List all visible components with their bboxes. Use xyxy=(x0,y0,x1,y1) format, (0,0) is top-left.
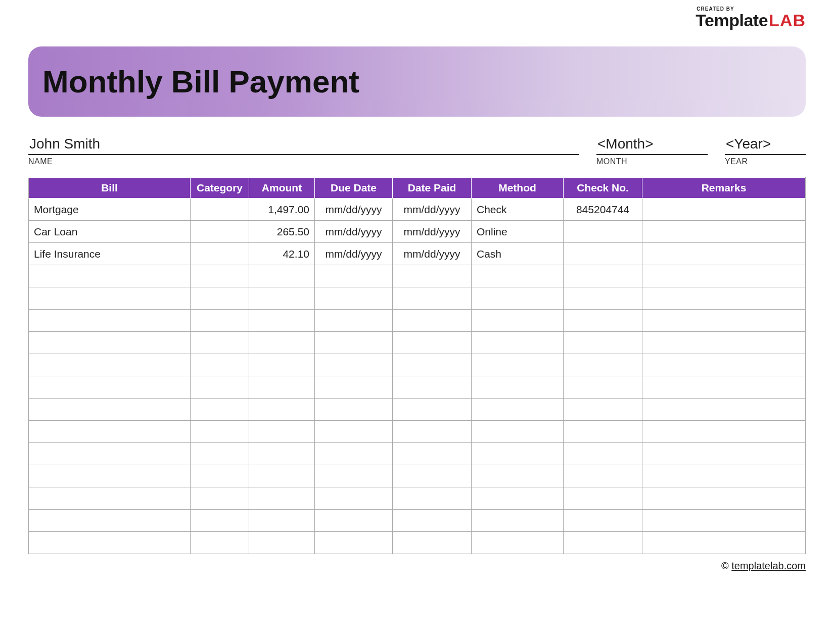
cell-remarks[interactable] xyxy=(642,287,806,310)
cell-category[interactable] xyxy=(191,199,249,221)
cell-remarks[interactable] xyxy=(642,243,806,265)
cell-bill[interactable] xyxy=(29,443,191,465)
cell-category[interactable] xyxy=(191,243,249,265)
cell-amount[interactable] xyxy=(249,465,315,487)
cell-remarks[interactable] xyxy=(642,399,806,421)
cell-paid[interactable] xyxy=(393,487,472,510)
cell-method[interactable] xyxy=(472,532,564,554)
cell-amount[interactable] xyxy=(249,265,315,287)
cell-method[interactable]: Check xyxy=(472,199,564,221)
cell-amount[interactable] xyxy=(249,287,315,310)
cell-amount[interactable]: 265.50 xyxy=(249,221,315,243)
cell-remarks[interactable] xyxy=(642,465,806,487)
cell-category[interactable] xyxy=(191,310,249,332)
cell-due[interactable] xyxy=(315,487,393,510)
cell-method[interactable] xyxy=(472,443,564,465)
cell-bill[interactable] xyxy=(29,510,191,532)
cell-method[interactable] xyxy=(472,287,564,310)
cell-check[interactable] xyxy=(564,354,642,376)
cell-check[interactable] xyxy=(564,332,642,354)
cell-bill[interactable]: Mortgage xyxy=(29,199,191,221)
cell-bill[interactable] xyxy=(29,465,191,487)
cell-check[interactable] xyxy=(564,532,642,554)
cell-remarks[interactable] xyxy=(642,310,806,332)
cell-due[interactable] xyxy=(315,287,393,310)
cell-category[interactable] xyxy=(191,287,249,310)
cell-method[interactable] xyxy=(472,421,564,443)
cell-amount[interactable] xyxy=(249,399,315,421)
cell-bill[interactable]: Life Insurance xyxy=(29,243,191,265)
cell-bill[interactable] xyxy=(29,310,191,332)
cell-due[interactable]: mm/dd/yyyy xyxy=(315,199,393,221)
cell-check[interactable] xyxy=(564,421,642,443)
cell-bill[interactable] xyxy=(29,399,191,421)
cell-method[interactable] xyxy=(472,354,564,376)
cell-category[interactable] xyxy=(191,376,249,399)
cell-check[interactable] xyxy=(564,310,642,332)
cell-paid[interactable] xyxy=(393,265,472,287)
cell-paid[interactable] xyxy=(393,443,472,465)
cell-remarks[interactable] xyxy=(642,443,806,465)
cell-check[interactable] xyxy=(564,376,642,399)
cell-bill[interactable] xyxy=(29,376,191,399)
cell-paid[interactable] xyxy=(393,532,472,554)
cell-amount[interactable] xyxy=(249,354,315,376)
cell-category[interactable] xyxy=(191,332,249,354)
cell-amount[interactable] xyxy=(249,421,315,443)
cell-check[interactable] xyxy=(564,399,642,421)
cell-remarks[interactable] xyxy=(642,487,806,510)
cell-paid[interactable] xyxy=(393,399,472,421)
cell-bill[interactable] xyxy=(29,421,191,443)
cell-amount[interactable] xyxy=(249,310,315,332)
cell-paid[interactable]: mm/dd/yyyy xyxy=(393,221,472,243)
cell-category[interactable] xyxy=(191,532,249,554)
cell-due[interactable] xyxy=(315,510,393,532)
cell-check[interactable] xyxy=(564,243,642,265)
cell-category[interactable] xyxy=(191,399,249,421)
cell-method[interactable]: Online xyxy=(472,221,564,243)
cell-remarks[interactable] xyxy=(642,421,806,443)
cell-paid[interactable] xyxy=(393,354,472,376)
cell-due[interactable] xyxy=(315,332,393,354)
cell-bill[interactable] xyxy=(29,265,191,287)
cell-remarks[interactable] xyxy=(642,199,806,221)
cell-paid[interactable] xyxy=(393,376,472,399)
cell-check[interactable]: 845204744 xyxy=(564,199,642,221)
cell-method[interactable] xyxy=(472,265,564,287)
cell-category[interactable] xyxy=(191,265,249,287)
cell-paid[interactable]: mm/dd/yyyy xyxy=(393,243,472,265)
cell-amount[interactable] xyxy=(249,332,315,354)
cell-check[interactable] xyxy=(564,443,642,465)
cell-paid[interactable] xyxy=(393,310,472,332)
cell-bill[interactable] xyxy=(29,332,191,354)
cell-amount[interactable] xyxy=(249,443,315,465)
cell-method[interactable] xyxy=(472,399,564,421)
cell-method[interactable] xyxy=(472,376,564,399)
cell-paid[interactable] xyxy=(393,332,472,354)
cell-paid[interactable] xyxy=(393,510,472,532)
cell-remarks[interactable] xyxy=(642,265,806,287)
cell-due[interactable] xyxy=(315,443,393,465)
cell-method[interactable] xyxy=(472,510,564,532)
cell-bill[interactable] xyxy=(29,287,191,310)
cell-category[interactable] xyxy=(191,443,249,465)
cell-check[interactable] xyxy=(564,265,642,287)
year-field[interactable]: <Year> YEAR xyxy=(725,136,806,166)
cell-remarks[interactable] xyxy=(642,332,806,354)
cell-check[interactable] xyxy=(564,487,642,510)
cell-amount[interactable] xyxy=(249,532,315,554)
cell-method[interactable] xyxy=(472,487,564,510)
cell-amount[interactable] xyxy=(249,510,315,532)
cell-remarks[interactable] xyxy=(642,532,806,554)
cell-due[interactable]: mm/dd/yyyy xyxy=(315,243,393,265)
cell-paid[interactable] xyxy=(393,287,472,310)
cell-method[interactable] xyxy=(472,332,564,354)
cell-bill[interactable] xyxy=(29,354,191,376)
cell-category[interactable] xyxy=(191,221,249,243)
cell-bill[interactable] xyxy=(29,487,191,510)
cell-category[interactable] xyxy=(191,510,249,532)
cell-amount[interactable] xyxy=(249,487,315,510)
cell-due[interactable] xyxy=(315,265,393,287)
cell-due[interactable] xyxy=(315,354,393,376)
cell-paid[interactable]: mm/dd/yyyy xyxy=(393,199,472,221)
